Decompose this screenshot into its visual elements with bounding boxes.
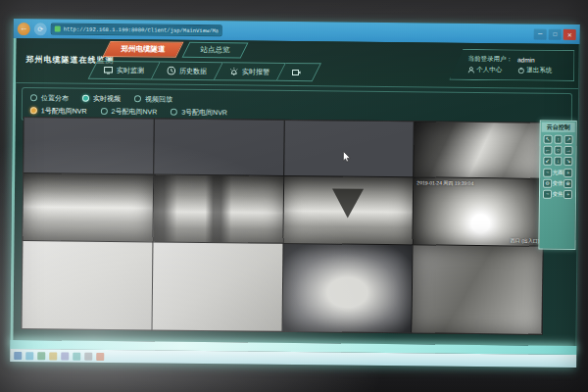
video-cell-r1c3[interactable] [284,121,414,176]
toolbar-item-camera[interactable] [277,63,321,81]
taskbar-app-icon[interactable] [37,352,45,360]
video-cell-r2c1[interactable] [23,173,152,241]
video-cell-r3c4[interactable] [413,245,543,333]
toolbar-item-realtime-monitor[interactable]: 实时监测 [88,61,161,80]
profile-link[interactable]: 个人中心 [467,66,502,74]
ptz-up-right-button[interactable]: ↗ [564,135,573,144]
video-cell-r1c1[interactable] [24,118,153,173]
url-field[interactable]: http://192.168.1.199:8080/Client/jsp/Mai… [51,23,222,36]
radio-dot-selected [82,95,89,102]
ptz-left-button[interactable]: ← [543,146,552,155]
tunnel-structure [332,189,364,219]
minimize-button[interactable]: ─ [534,28,547,39]
camera-icon [292,68,301,75]
current-user-row: 当前登录用户： admin [467,55,567,65]
ptz-auto-scan-button[interactable]: ○ [554,146,563,155]
video-cell-r3c2[interactable] [152,242,282,330]
taskbar-app-icon[interactable] [49,352,57,360]
ptz-right-button[interactable]: → [564,146,573,155]
osd-camera-name: 西口 (出入口) [511,237,540,243]
video-cell-r1c2[interactable] [154,119,283,174]
ptz-down-left-button[interactable]: ↙ [543,157,552,166]
ptz-up-left-button[interactable]: ↖ [544,135,553,144]
radio-nvr-1[interactable]: 1号配电间NVR [30,106,87,117]
taskbar-app-icon[interactable] [61,352,69,360]
taskbar-app-icon[interactable] [25,352,33,360]
focus-plus-button[interactable]: + [564,190,572,199]
radio-live-video[interactable]: 实时视频 [82,93,121,103]
video-cell-r2c3[interactable] [283,176,413,244]
radio-dot-selected [30,107,37,114]
history-clock-icon [167,67,175,75]
app-header: 郑州电缆隧道在线监测 郑州电缆隧道 站点总览 实时监测 [16,38,578,89]
radio-nvr-3[interactable]: 3号配电间NVR [171,107,227,118]
person-icon [467,67,474,74]
logout-link[interactable]: 退出系统 [517,66,552,74]
taskbar-app-icon[interactable] [96,352,104,360]
username: admin [517,56,535,63]
tab-site-overview[interactable]: 站点总览 [182,42,249,59]
video-wall: 2019-01-24 周四 19:39:04 西口 (出入口) [22,117,545,335]
ptz-up-button[interactable]: ↑ [554,135,563,144]
monitoring-app-page: 郑州电缆隧道在线监测 郑州电缆隧道 站点总览 实时监测 [10,38,579,355]
zoom-label: 变倍 [553,180,564,187]
url-text: http://192.168.1.199:8080/Client/jsp/Mai… [64,25,219,34]
iris-minus-button[interactable]: − [543,169,552,177]
osd-timestamp: 2019-01-24 周四 19:39:04 [416,179,473,186]
focus-minus-button[interactable]: − [543,190,552,199]
ptz-focus-row: − 变焦 + [541,189,574,200]
alarm-bell-icon [229,67,238,75]
start-button-icon[interactable] [14,352,22,360]
monitor-screen: ← ⟳ http://192.168.1.199:8080/Client/jsp… [10,19,580,368]
ptz-down-right-button[interactable]: ↘ [564,157,573,166]
main-tabs: 郑州电缆隧道 站点总览 [106,41,244,58]
browser-back-button[interactable]: ← [18,23,30,35]
ptz-iris-row: − 光圈 + [541,168,574,178]
ptz-zoom-row: ⊖ 变倍 ⊕ [541,178,574,189]
header-toolbar: 实时监测 历史数据 实时报警 [92,61,317,81]
monitor-icon [104,66,113,74]
radio-dot [101,108,108,115]
login-label: 当前登录用户： [467,55,513,64]
toolbar-item-realtime-alarm[interactable]: 实时报警 [215,62,286,81]
iris-plus-button[interactable]: + [564,169,572,177]
zoom-out-button[interactable]: ⊖ [543,179,552,188]
radio-dot [171,109,177,116]
video-cell-r2c4[interactable]: 2019-01-24 周四 19:39:04 西口 (出入口) [414,177,543,245]
radio-dot [30,94,37,101]
video-cell-r2c2[interactable] [153,174,282,242]
browser-reload-button[interactable]: ⟳ [34,23,47,35]
radio-nvr-2[interactable]: 2号配电间NVR [100,106,157,117]
maximize-button[interactable]: □ [549,28,562,39]
radio-video-playback[interactable]: 视频回放 [134,94,172,104]
radio-location-map[interactable]: 位置分布 [30,93,69,103]
window-controls: ─ □ ✕ [534,28,576,39]
focus-label: 变焦 [552,191,563,198]
taskbar-app-icon[interactable] [84,352,92,360]
photo-of-monitor: ← ⟳ http://192.168.1.199:8080/Client/jsp… [0,0,588,392]
iris-label: 光圈 [553,170,564,176]
taskbar-app-icon[interactable] [73,352,80,360]
site-security-icon [55,25,61,31]
video-cell-r3c1[interactable] [23,241,153,329]
zoom-in-button[interactable]: ⊕ [564,179,572,188]
ptz-down-button[interactable]: ↓ [554,157,563,166]
close-button[interactable]: ✕ [564,28,576,39]
tab-cable-tunnel[interactable]: 郑州电缆隧道 [103,41,184,58]
ptz-direction-pad: ↖ ↑ ↗ ← ○ → ↙ ↓ ↘ [541,132,574,168]
power-icon [517,67,524,74]
mouse-cursor [342,151,351,164]
video-cell-r1c4[interactable] [414,122,543,177]
radio-dot [134,95,141,102]
toolbar-item-history-data[interactable]: 历史数据 [152,62,223,81]
ptz-panel-title: 云台控制 [542,122,575,132]
video-cell-r3c3[interactable] [282,244,413,332]
user-panel: 当前登录用户： admin 个人中心 退出系统 [449,49,574,81]
ptz-control-panel: 云台控制 ↖ ↑ ↗ ← ○ → ↙ ↓ ↘ − 光圈 + [538,121,576,250]
